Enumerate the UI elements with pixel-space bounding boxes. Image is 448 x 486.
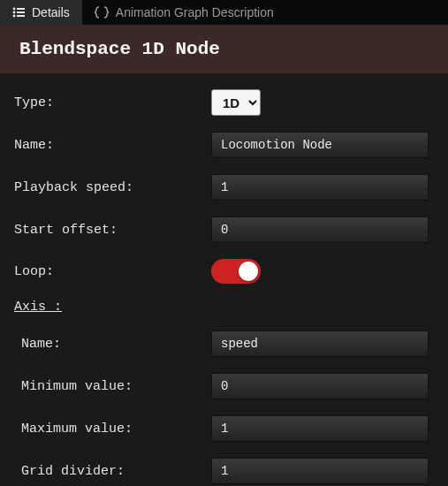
svg-point-0 — [13, 8, 16, 11]
panel-header: Blendspace 1D Node — [0, 25, 448, 73]
row-loop: Loop: — [12, 259, 429, 284]
tab-bar: Details Animation Graph Description — [0, 0, 448, 25]
list-icon — [12, 7, 25, 18]
tab-animation-graph[interactable]: Animation Graph Description — [82, 0, 286, 25]
playback-speed-input[interactable] — [211, 174, 429, 201]
loop-toggle[interactable] — [211, 259, 261, 284]
svg-rect-1 — [17, 8, 25, 10]
type-select[interactable]: 1D — [211, 89, 261, 116]
properties-panel: Type: 1D Name: Playback speed: Start off… — [0, 73, 448, 486]
axis-grid-label: Grid divider: — [12, 464, 211, 479]
row-axis-min: Minimum value: — [12, 373, 429, 399]
name-label: Name: — [12, 138, 211, 153]
axis-section-label: Axis : — [14, 300, 429, 315]
row-axis-grid: Grid divider: — [12, 458, 429, 484]
axis-name-label: Name: — [12, 337, 211, 352]
svg-rect-5 — [17, 15, 25, 17]
row-axis-name: Name: — [12, 330, 429, 357]
braces-icon — [95, 6, 109, 19]
svg-point-2 — [13, 11, 16, 14]
loop-label: Loop: — [12, 264, 211, 279]
axis-grid-input[interactable] — [211, 458, 429, 484]
row-name: Name: — [12, 132, 429, 158]
axis-name-input[interactable] — [211, 330, 429, 357]
tab-animgraph-label: Animation Graph Description — [116, 5, 274, 19]
tab-details-label: Details — [32, 5, 70, 19]
name-input[interactable] — [211, 132, 429, 158]
row-start-offset: Start offset: — [12, 216, 429, 243]
row-type: Type: 1D — [12, 89, 429, 116]
row-playback-speed: Playback speed: — [12, 174, 429, 201]
type-label: Type: — [12, 95, 211, 110]
axis-min-input[interactable] — [211, 373, 429, 399]
svg-point-4 — [13, 15, 16, 18]
playback-speed-label: Playback speed: — [12, 180, 211, 195]
start-offset-label: Start offset: — [12, 223, 211, 238]
toggle-knob — [239, 262, 258, 281]
axis-min-label: Minimum value: — [12, 379, 211, 394]
axis-max-input[interactable] — [211, 415, 429, 442]
row-axis-max: Maximum value: — [12, 415, 429, 442]
axis-group: Name: Minimum value: Maximum value: Grid… — [12, 330, 429, 484]
page-title: Blendspace 1D Node — [19, 39, 429, 59]
svg-rect-3 — [17, 11, 25, 13]
tab-details[interactable]: Details — [0, 0, 82, 25]
axis-max-label: Maximum value: — [12, 421, 211, 437]
start-offset-input[interactable] — [211, 216, 429, 243]
